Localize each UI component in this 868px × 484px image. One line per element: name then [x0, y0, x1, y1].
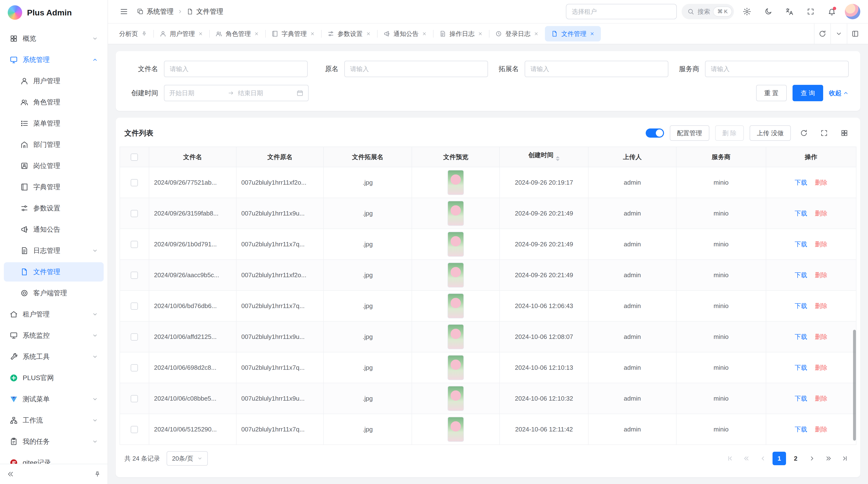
close-icon[interactable] — [254, 31, 259, 36]
pagination-prev[interactable] — [756, 452, 770, 465]
dark-mode-button[interactable] — [760, 3, 776, 20]
user-avatar[interactable] — [845, 4, 860, 19]
sidebar-item-user-mgmt[interactable]: 用户管理 — [4, 71, 104, 91]
download-link[interactable]: 下载 — [795, 426, 807, 433]
tab-param-settings[interactable]: 参数设置 — [321, 26, 377, 41]
close-icon[interactable] — [478, 31, 483, 36]
close-icon[interactable] — [534, 31, 539, 36]
pagination-jump-back[interactable] — [740, 452, 753, 465]
pagination-page-1[interactable]: 1 — [773, 452, 786, 465]
breadcrumb-item-file[interactable]: 文件管理 — [187, 7, 223, 16]
table-scrollbar[interactable] — [853, 330, 856, 441]
extension-input[interactable] — [525, 61, 669, 77]
tab-refresh-button[interactable] — [814, 24, 830, 44]
file-preview-thumbnail[interactable] — [447, 355, 464, 380]
refresh-table-button[interactable] — [797, 126, 811, 140]
search-toggle-switch[interactable] — [646, 128, 664, 138]
sidebar-item-file-mgmt[interactable]: 文件管理 — [4, 262, 104, 282]
pagination-last[interactable] — [838, 452, 851, 465]
pagination-first[interactable] — [723, 452, 737, 465]
row-checkbox[interactable] — [131, 272, 138, 279]
download-link[interactable]: 下载 — [795, 179, 807, 186]
delete-link[interactable]: 删除 — [815, 179, 828, 186]
tab-user-mgmt[interactable]: 用户管理 — [153, 26, 209, 41]
row-checkbox[interactable] — [131, 364, 138, 372]
notifications-button[interactable] — [824, 3, 840, 20]
row-checkbox[interactable] — [131, 241, 138, 248]
global-search[interactable]: 搜索 ⌘ K — [682, 4, 734, 19]
row-checkbox[interactable] — [131, 395, 138, 402]
query-button[interactable]: 查 询 — [793, 85, 823, 101]
select-all-checkbox[interactable] — [131, 154, 138, 161]
tab-more-button[interactable] — [830, 24, 847, 44]
sidebar-item-system-mgmt[interactable]: 系统管理 — [4, 50, 104, 69]
delete-link[interactable]: 删除 — [815, 333, 828, 340]
sidebar-item-log-mgmt[interactable]: 日志管理 — [4, 241, 104, 260]
sidebar-item-role-mgmt[interactable]: 角色管理 — [4, 93, 104, 112]
file-preview-thumbnail[interactable] — [447, 417, 464, 442]
config-management-button[interactable]: 配置管理 — [670, 125, 709, 141]
delete-link[interactable]: 删除 — [815, 271, 828, 279]
sidebar-item-plus-site[interactable]: PLUS官网 — [4, 368, 104, 388]
sidebar-item-gitee-log[interactable]: gitee记录 — [4, 453, 104, 464]
file-preview-thumbnail[interactable] — [447, 262, 464, 288]
delete-link[interactable]: 删除 — [815, 210, 828, 217]
collapse-toggle[interactable]: 收起 — [829, 89, 849, 97]
pagination-page-2[interactable]: 2 — [789, 452, 802, 465]
row-checkbox[interactable] — [131, 179, 138, 186]
delete-link[interactable]: 删除 — [815, 426, 828, 433]
tab-role-mgmt[interactable]: 角色管理 — [209, 26, 265, 41]
close-icon[interactable] — [310, 31, 315, 36]
tenant-select[interactable] — [566, 4, 677, 19]
sort-control[interactable] — [556, 154, 560, 163]
download-link[interactable]: 下载 — [795, 271, 807, 279]
column-header[interactable]: 创建时间 — [500, 147, 588, 167]
delete-button[interactable]: 删 除 — [715, 125, 744, 141]
sidebar-item-workflow[interactable]: 工作流 — [4, 411, 104, 430]
download-link[interactable]: 下载 — [795, 210, 807, 217]
sidebar-item-dict-mgmt[interactable]: 字典管理 — [4, 178, 104, 197]
tab-dict-mgmt[interactable]: 字典管理 — [265, 26, 321, 41]
tab-notice[interactable]: 通知公告 — [377, 26, 433, 41]
delete-link[interactable]: 删除 — [815, 364, 828, 371]
column-settings-button[interactable] — [837, 126, 851, 140]
table-fullscreen-button[interactable] — [817, 126, 831, 140]
sidebar-item-system-monitor[interactable]: 系统监控 — [4, 326, 104, 345]
sidebar-item-post-mgmt[interactable]: 岗位管理 — [4, 156, 104, 175]
file-preview-thumbnail[interactable] — [447, 386, 464, 411]
page-size-select[interactable]: 20条/页 — [166, 451, 208, 466]
tab-file-mgmt[interactable]: 文件管理 — [545, 26, 601, 41]
tab-analytics[interactable]: 分析页 — [113, 26, 153, 41]
sidebar-item-system-tools[interactable]: 系统工具 — [4, 347, 104, 366]
hamburger-menu-icon[interactable] — [120, 7, 128, 16]
close-icon[interactable] — [198, 31, 203, 36]
delete-link[interactable]: 删除 — [815, 395, 828, 402]
sidebar-item-menu-mgmt[interactable]: 菜单管理 — [4, 114, 104, 133]
original-name-input[interactable] — [344, 61, 488, 77]
download-link[interactable]: 下载 — [795, 364, 807, 371]
upload-button[interactable]: 上传 没做 — [750, 125, 791, 141]
breadcrumb-item-system[interactable]: 系统管理 — [137, 7, 174, 16]
row-checkbox[interactable] — [131, 210, 138, 217]
date-range-picker[interactable]: 开始日期 结束日期 — [164, 85, 309, 101]
sidebar-item-my-tasks[interactable]: 我的任务 — [4, 432, 104, 451]
sidebar-item-notice[interactable]: 通知公告 — [4, 220, 104, 239]
download-link[interactable]: 下载 — [795, 302, 807, 310]
row-checkbox[interactable] — [131, 426, 138, 433]
row-checkbox[interactable] — [131, 302, 138, 310]
download-link[interactable]: 下载 — [795, 333, 807, 340]
close-icon[interactable] — [590, 31, 595, 36]
reset-button[interactable]: 重 置 — [756, 85, 787, 101]
pin-icon[interactable] — [141, 31, 147, 37]
provider-input[interactable] — [705, 61, 849, 77]
fullscreen-button[interactable] — [802, 3, 819, 20]
download-link[interactable]: 下载 — [795, 395, 807, 402]
sidebar-pin-button[interactable] — [94, 471, 101, 478]
sidebar-item-dept-mgmt[interactable]: 部门管理 — [4, 135, 104, 154]
download-link[interactable]: 下载 — [795, 240, 807, 248]
sidebar-item-overview[interactable]: 概览 — [4, 29, 104, 48]
close-icon[interactable] — [366, 31, 371, 36]
settings-button[interactable] — [739, 3, 755, 20]
language-button[interactable] — [781, 3, 798, 20]
file-preview-thumbnail[interactable] — [447, 170, 464, 195]
